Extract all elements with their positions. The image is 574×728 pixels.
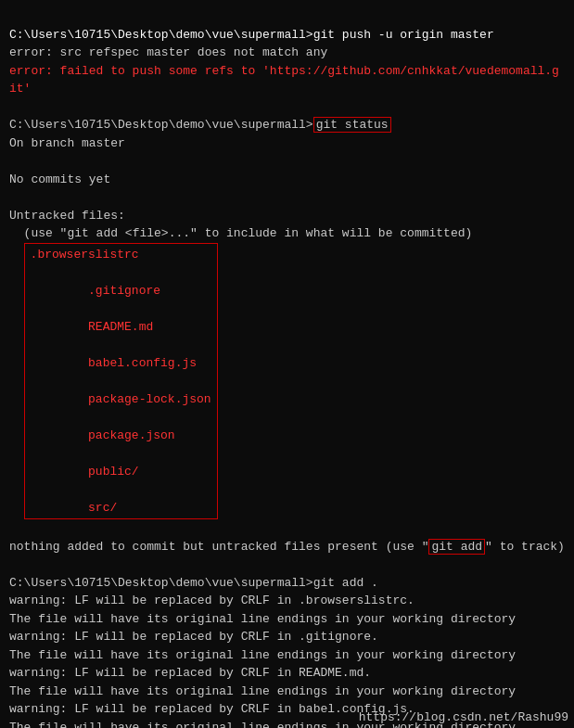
line-11: (use "git add <file>..." to include in w… [9,224,565,243]
line-3: error: failed to push some refs to 'http… [9,62,565,98]
untracked-box: .browserslistrc .gitignore README.md bab… [24,243,218,520]
line-15 [9,556,565,574]
line-14-nothing-added: nothing added to commit but untracked fi… [9,538,565,556]
cmd-2: git add . [313,576,378,590]
line-6: On branch master [9,134,565,153]
line-22: The file will have its original line end… [9,683,565,701]
line-16: C:\Users\10715\Desktop\demo\vue\supermal… [9,574,565,593]
line-21: warning: LF will be replaced by CRLF in … [9,664,565,683]
prompt-1: C:\Users\10715\Desktop\demo\vue\supermal… [9,118,313,132]
line-18: The file will have its original line end… [9,610,565,629]
line-7 [9,152,565,171]
line-10: Untracked files: [9,207,565,225]
line-12-untracked: .browserslistrc .gitignore README.md bab… [9,243,565,520]
line-9 [9,188,565,207]
line-8: No commits yet [9,171,565,189]
prompt-2: C:\Users\10715\Desktop\demo\vue\supermal… [9,576,313,590]
line-2: error: src refspec master does not match… [9,44,565,62]
line-5: C:\Users\10715\Desktop\demo\vue\supermal… [9,116,565,134]
line-19: warning: LF will be replaced by CRLF in … [9,628,565,646]
footer-url: https://blog.csdn.net/Rashu99 [353,707,574,729]
cmd-1-boxed: git status [313,117,391,133]
line-17: warning: LF will be replaced by CRLF in … [9,592,565,610]
line-20: The file will have its original line end… [9,646,565,665]
line-13 [9,519,565,538]
terminal: C:\Users\10715\Desktop\demo\vue\supermal… [9,7,565,728]
line-4 [9,98,565,117]
line-1: C:\Users\10715\Desktop\demo\vue\supermal… [9,26,565,45]
